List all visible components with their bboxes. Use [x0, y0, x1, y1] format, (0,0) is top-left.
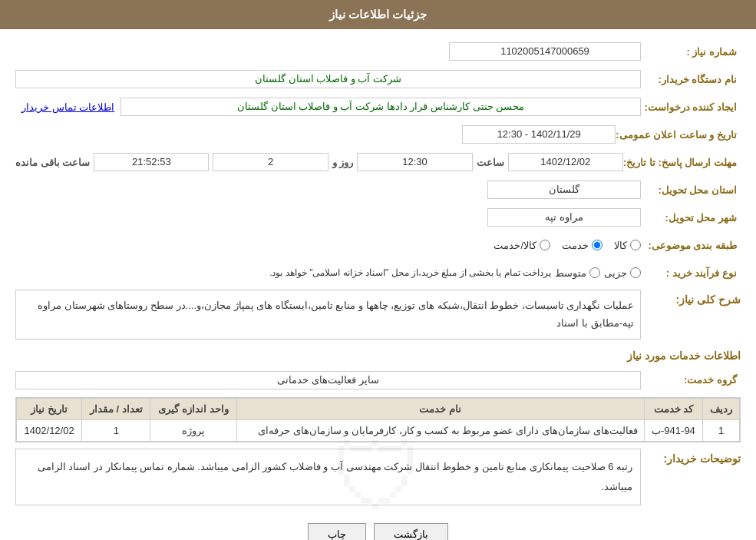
print-button[interactable]: چاپ: [308, 523, 366, 540]
col-service-name: نام خدمت: [236, 398, 644, 419]
col-date: تاریخ نیاز: [17, 398, 82, 419]
process-label-medium: متوسط: [555, 267, 586, 279]
back-button[interactable]: بازگشت: [374, 523, 448, 540]
category-radio-goods[interactable]: [630, 240, 641, 250]
process-label: نوع فرآیند خرید :: [641, 267, 741, 279]
category-option-both[interactable]: کالا/خدمت: [494, 240, 550, 251]
reply-remaining-label: ساعت باقی مانده: [15, 157, 90, 168]
cell-quantity: 1: [82, 419, 150, 441]
process-label-partial: جزیی: [604, 267, 627, 279]
process-row: جزیی متوسط پرداخت تمام یا بخشی از مبلغ خ…: [15, 267, 641, 279]
process-radio-medium[interactable]: [589, 267, 600, 278]
category-option-service[interactable]: خدمت: [562, 240, 602, 251]
service-group-value: سایر فعالیت‌های خدماتی: [15, 371, 641, 389]
buyer-org-label: نام دستگاه خریدار:: [641, 74, 741, 85]
process-radio-partial[interactable]: [630, 267, 641, 278]
bottom-buttons: بازگشت چاپ: [15, 512, 741, 540]
col-unit: واحد اندازه گیری: [150, 398, 236, 419]
city-label: شهر محل تحویل:: [641, 212, 741, 224]
need-number-label: شماره نیاز :: [641, 46, 741, 58]
city-value: مراوه تپه: [487, 208, 641, 227]
requester-label: ایجاد کننده درخواست:: [641, 101, 741, 113]
reply-time-label: ساعت: [477, 157, 504, 168]
cell-row-num: 1: [703, 419, 740, 441]
reply-days-value: 2: [213, 153, 328, 171]
process-note: پرداخت تمام یا بخشی از مبلغ خرید،از محل …: [269, 267, 551, 278]
reply-days-label: روز و: [332, 157, 354, 168]
category-label-service: خدمت: [562, 240, 589, 251]
need-description-label: شرح کلی نیاز:: [641, 290, 741, 310]
buyer-org-value: شرکت آب و فاصلاب استان گلستان: [15, 70, 641, 88]
service-group-label: گروه خدمت:: [641, 374, 741, 386]
col-quantity: تعداد / مقدار: [82, 398, 150, 419]
category-radio-group: کالا خدمت کالا/خدمت: [15, 240, 641, 251]
col-row-num: ردیف: [703, 398, 740, 419]
cell-unit: پروژه: [150, 419, 236, 441]
requester-value: محسن جنتی کارشناس قرار دادها شرکت آب و ف…: [120, 98, 641, 116]
category-option-goods[interactable]: کالا: [614, 240, 641, 251]
province-value: گلستان: [487, 181, 641, 199]
category-label: طبقه بندی موضوعی:: [641, 240, 741, 251]
reply-deadline-label: مهلت ارسال پاسخ: تا تاریخ:: [623, 157, 741, 168]
process-option-partial[interactable]: جزیی: [604, 267, 641, 279]
cell-date: 1402/12/02: [17, 419, 82, 441]
reply-time-value: 12:30: [357, 153, 472, 171]
category-label-goods: کالا: [614, 240, 627, 251]
requester-contact-link[interactable]: اطلاعات تماس خریدار: [15, 101, 120, 113]
buyer-notes-label: توضیحات خریدار:: [641, 449, 741, 469]
buyer-notes-text: رتبه 6 صلاحیت پیمانکاری منابع تامین و خط…: [24, 457, 632, 497]
need-number-value: 1102005147000659: [449, 42, 641, 61]
category-radio-service[interactable]: [592, 240, 602, 250]
public-announce-label: تاریخ و ساعت اعلان عمومی:: [616, 129, 741, 141]
services-table: ردیف کد خدمت نام خدمت واحد اندازه گیری ت…: [15, 397, 741, 442]
public-announce-value: 1402/11/29 - 12:30: [462, 125, 616, 144]
need-description-value: عملیات نگهداری تاسیسات، خطوط انتقال،شبکه…: [15, 290, 641, 340]
page-title: جزئیات اطلاعات نیاز: [0, 0, 756, 29]
process-option-medium[interactable]: متوسط: [555, 267, 600, 279]
reply-remaining-value: 21:52:53: [94, 153, 209, 171]
category-radio-both[interactable]: [540, 240, 550, 250]
col-service-code: کد خدمت: [644, 398, 703, 419]
cell-service-code: 941-94-ب: [644, 419, 703, 441]
category-label-both: کالا/خدمت: [494, 240, 536, 251]
reply-date-value: 1402/12/02: [508, 153, 623, 171]
province-label: استان محل تحویل:: [641, 184, 741, 196]
table-row: 1 941-94-ب فعالیت‌های سازمان‌های دارای ع…: [17, 419, 740, 441]
cell-service-name: فعالیت‌های سازمان‌های دارای عضو مربوط به…: [236, 419, 644, 441]
service-info-title: اطلاعات خدمات مورد نیاز: [15, 346, 741, 366]
buyer-notes-value: رتبه 6 صلاحیت پیمانکاری منابع تامین و خط…: [15, 449, 641, 505]
